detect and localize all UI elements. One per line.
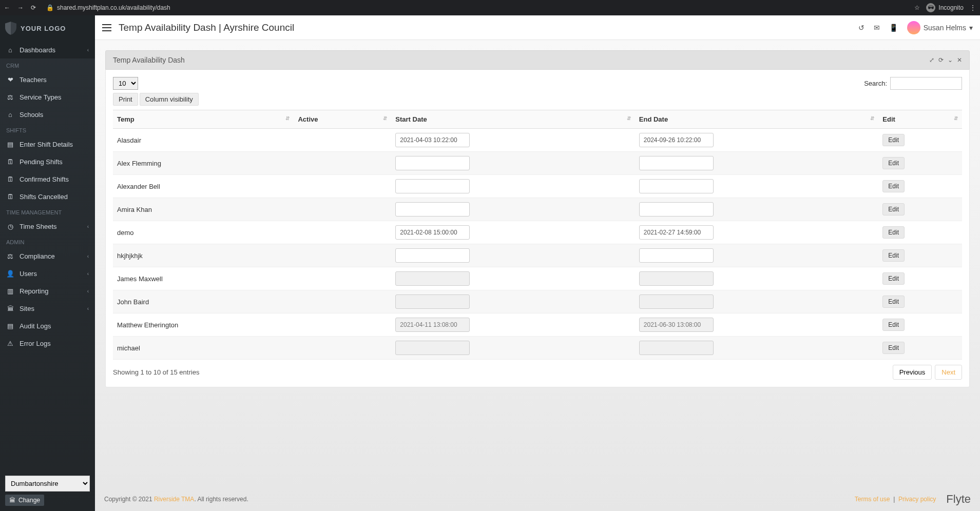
start-date-input[interactable] (395, 318, 470, 332)
column-header-start[interactable]: Start Date⇵ (391, 110, 635, 129)
menu-toggle-button[interactable] (102, 24, 111, 31)
previous-button[interactable]: Previous (893, 365, 932, 380)
expand-icon[interactable]: ⤢ (929, 56, 934, 64)
data-table: Temp⇵ Active⇵ Start Date⇵ End Date⇵ Edit… (113, 110, 962, 360)
sidebar-item-confirmed-shifts[interactable]: 🗓 Confirmed Shifts (0, 170, 95, 188)
sidebar-item-dashboards[interactable]: ⌂ Dashboards ‹ (0, 41, 95, 58)
sidebar-item-teachers[interactable]: ❤ Teachers (0, 71, 95, 88)
browser-menu-icon[interactable]: ⋮ (970, 4, 976, 11)
start-date-input[interactable] (395, 248, 470, 263)
sidebar-item-shifts-cancelled[interactable]: 🗓 Shifts Cancelled (0, 188, 95, 205)
start-date-input[interactable] (395, 341, 470, 355)
sidebar-item-error-logs[interactable]: ⚠ Error Logs (0, 335, 95, 352)
copyright-link[interactable]: Riverside TMA (154, 496, 194, 503)
search-input[interactable] (890, 77, 962, 90)
user-name: Susan Helms (924, 24, 966, 32)
edit-button[interactable]: Edit (882, 203, 905, 215)
edit-button[interactable]: Edit (882, 226, 905, 239)
table-row: AlasdairEdit (113, 129, 962, 152)
edit-button[interactable]: Edit (882, 342, 905, 354)
column-header-end[interactable]: End Date⇵ (635, 110, 879, 129)
end-date-input[interactable] (639, 225, 714, 240)
end-date-input[interactable] (639, 294, 714, 309)
cell-edit: Edit (878, 198, 962, 221)
table-row: hkjhjkhjkEdit (113, 244, 962, 267)
start-date-input[interactable] (395, 271, 470, 286)
cell-start (391, 290, 635, 313)
end-date-input[interactable] (639, 248, 714, 263)
edit-button[interactable]: Edit (882, 319, 905, 331)
end-date-input[interactable] (639, 179, 714, 193)
terms-link[interactable]: Terms of use (855, 496, 890, 503)
column-header-temp[interactable]: Temp⇵ (113, 110, 294, 129)
column-header-active[interactable]: Active⇵ (294, 110, 391, 129)
page-title: Temp Availability Dash | Ayrshire Counci… (119, 22, 294, 33)
start-date-input[interactable] (395, 294, 470, 309)
column-visibility-button[interactable]: Column visibility (140, 93, 199, 106)
end-date-input[interactable] (639, 318, 714, 332)
cell-temp: Amira Khan (113, 198, 294, 221)
end-date-input[interactable] (639, 202, 714, 217)
start-date-input[interactable] (395, 225, 470, 240)
history-icon[interactable]: ↺ (858, 24, 864, 32)
cell-end (635, 337, 879, 360)
cell-end (635, 221, 879, 244)
scale-icon: ⚖ (6, 93, 14, 101)
cell-edit: Edit (878, 313, 962, 337)
change-region-button[interactable]: 🏛 Change (5, 495, 44, 506)
user-menu[interactable]: Susan Helms ▾ (907, 21, 973, 34)
sidebar-item-time-sheets[interactable]: ◷ Time Sheets ‹ (0, 218, 95, 235)
sidebar-item-enter-shift[interactable]: ▤ Enter Shift Details (0, 135, 95, 153)
cell-start (391, 152, 635, 175)
edit-button[interactable]: Edit (882, 296, 905, 308)
chevron-down-icon[interactable]: ⌄ (948, 56, 953, 64)
start-date-input[interactable] (395, 156, 470, 170)
avatar (907, 21, 920, 34)
table-row: John BairdEdit (113, 290, 962, 313)
end-date-input[interactable] (639, 156, 714, 170)
sidebar-item-pending-shifts[interactable]: 🗓 Pending Shifts (0, 153, 95, 170)
refresh-icon[interactable]: ⟳ (938, 56, 944, 64)
section-crm: CRM (0, 58, 95, 71)
sidebar-item-audit-logs[interactable]: ▤ Audit Logs (0, 317, 95, 335)
close-icon[interactable]: ✕ (957, 56, 962, 64)
edit-button[interactable]: Edit (882, 134, 905, 146)
edit-button[interactable]: Edit (882, 249, 905, 262)
edit-button[interactable]: Edit (882, 157, 905, 169)
privacy-link[interactable]: Privacy policy (898, 496, 936, 503)
cell-end (635, 244, 879, 267)
sidebar-item-sites[interactable]: 🏛 Sites ‹ (0, 300, 95, 317)
cell-start (391, 337, 635, 360)
warning-icon: ⚠ (6, 339, 14, 347)
column-header-edit[interactable]: Edit⇵ (878, 110, 962, 129)
back-icon[interactable]: ← (4, 4, 10, 11)
cell-edit: Edit (878, 175, 962, 198)
reload-icon[interactable]: ⟳ (31, 4, 36, 11)
sidebar-item-compliance[interactable]: ⚖ Compliance ‹ (0, 247, 95, 265)
table-row: Alexander BellEdit (113, 175, 962, 198)
sidebar-item-schools[interactable]: ⌂ Schools (0, 106, 95, 123)
mobile-icon[interactable]: 📱 (889, 24, 898, 32)
page-length-select[interactable]: 10 (113, 77, 138, 90)
end-date-input[interactable] (639, 133, 714, 147)
end-date-input[interactable] (639, 271, 714, 286)
sort-icon: ⇵ (383, 115, 387, 121)
sidebar-item-service-types[interactable]: ⚖ Service Types (0, 88, 95, 106)
footer: Copyright © 2021 Riverside TMA. All righ… (95, 487, 980, 511)
start-date-input[interactable] (395, 133, 470, 147)
end-date-input[interactable] (639, 341, 714, 355)
start-date-input[interactable] (395, 202, 470, 217)
forward-icon[interactable]: → (17, 4, 24, 11)
sidebar-item-reporting[interactable]: ▥ Reporting ‹ (0, 282, 95, 300)
mail-icon[interactable]: ✉ (874, 24, 880, 32)
print-button[interactable]: Print (113, 93, 138, 106)
sidebar-item-users[interactable]: 👤 Users ‹ (0, 265, 95, 282)
region-select[interactable]: Dumbartonshire (5, 476, 90, 492)
edit-button[interactable]: Edit (882, 272, 905, 285)
edit-button[interactable]: Edit (882, 180, 905, 192)
next-button[interactable]: Next (935, 365, 962, 380)
cell-active (294, 152, 391, 175)
chart-icon: ▥ (6, 287, 14, 295)
bookmark-icon[interactable]: ☆ (914, 4, 920, 11)
start-date-input[interactable] (395, 179, 470, 193)
